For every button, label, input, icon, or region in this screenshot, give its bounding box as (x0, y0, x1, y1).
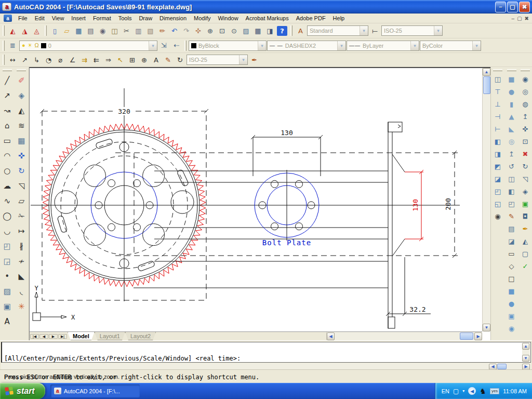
center-mark-button[interactable]: ⊕ (138, 54, 150, 65)
toolbar-grip[interactable] (521, 69, 530, 71)
save-button[interactable]: ▦ (73, 25, 85, 36)
insert-block-button[interactable]: ◰ (1, 238, 14, 254)
subtract-button[interactable]: ◎ (519, 85, 531, 98)
cylinder-button[interactable]: ▮ (506, 98, 518, 110)
union-button[interactable]: ◉ (519, 73, 531, 85)
menu-draw[interactable]: Draw (135, 14, 156, 22)
polyline-button[interactable]: ↝ (1, 103, 14, 118)
revolve-button[interactable]: ↺ (506, 160, 518, 172)
linetype-combo[interactable]: — — DASHEDX2 ▾ (267, 41, 346, 51)
view-back-button[interactable]: ◨ (491, 148, 504, 160)
menu-edit[interactable]: Edit (31, 14, 48, 22)
doc-minimize-icon[interactable]: – (512, 16, 515, 21)
text-style-combo[interactable]: Standard ▾ (307, 25, 368, 36)
dim-ordinate-button[interactable]: ↳ (31, 54, 43, 65)
extend-button[interactable]: ↦ (15, 223, 28, 238)
gouraud-shaded-edges-button[interactable]: ◉ (506, 322, 518, 335)
command-input-line[interactable] (4, 393, 528, 399)
ellipse-button[interactable]: ◯ (1, 208, 14, 223)
chevron-down-icon[interactable]: ▾ (239, 55, 247, 64)
scroll-down-icon[interactable]: ▼ (483, 324, 490, 331)
chevron-down-icon[interactable]: ▾ (258, 41, 266, 50)
se-isometric-button[interactable]: ◪ (491, 172, 504, 185)
zoom-previous-button[interactable]: ⊙ (228, 25, 240, 36)
lineweight-combo[interactable]: —— ByLayer ▾ (347, 41, 419, 51)
toolbar-grip[interactable] (184, 41, 187, 51)
revision-cloud-button[interactable]: ☁ (1, 178, 14, 193)
doc-close-icon[interactable]: ✖ (525, 16, 529, 21)
arc-button[interactable]: ◠ (1, 148, 14, 163)
tolerance-button[interactable]: ⊞ (126, 54, 138, 65)
view-bottom-button[interactable]: ⊥ (491, 98, 504, 110)
named-views-button[interactable]: ◫ (491, 73, 504, 85)
tab-scroll-button[interactable]: ◀ (39, 334, 48, 339)
point-button[interactable]: • (1, 269, 14, 284)
layer-manager-icon[interactable]: ≣ (7, 40, 19, 51)
menu-tools[interactable]: Tools (115, 14, 136, 22)
layer-lock-icon[interactable]: Ω (35, 43, 39, 48)
layer-previous-icon[interactable]: ⇠ (170, 40, 182, 51)
quick-leader-button[interactable]: ↖ (114, 54, 126, 65)
publish-button[interactable]: ◫ (109, 25, 121, 36)
sphere-button[interactable]: ● (506, 85, 518, 98)
erase-button[interactable]: ✐ (15, 73, 28, 88)
chevron-down-icon[interactable]: ▾ (149, 41, 157, 50)
sw-isometric-button[interactable]: ◩ (491, 160, 504, 172)
copy-object-button[interactable]: ◈ (15, 88, 28, 103)
canvas-horizontal-scrollbar[interactable]: ◀ ▶ (326, 332, 482, 340)
toolbar-grip[interactable] (45, 25, 47, 36)
flat-shaded-edges-button[interactable]: ▣ (506, 310, 518, 322)
convert-and-review-pdf-button[interactable]: ◬ (31, 25, 43, 36)
tab-scroll-button[interactable]: |◀ (30, 334, 39, 339)
slice-button[interactable]: ◫ (506, 172, 518, 185)
mirror-button[interactable]: ◭ (15, 103, 28, 118)
layer-color-swatch[interactable] (41, 43, 46, 48)
drawing-canvas[interactable]: 320 130 130 200 32.2 Bolt Plate Y X (30, 68, 483, 332)
dim-radius-button[interactable]: ◔ (43, 54, 55, 65)
rectangle-button[interactable]: ▭ (1, 133, 14, 148)
dim-update-button[interactable]: ↻ (174, 54, 186, 65)
ne-isometric-button[interactable]: ◰ (491, 185, 504, 197)
move-button[interactable]: ✜ (15, 148, 28, 163)
tool-palettes-button[interactable]: ◨ (264, 25, 276, 36)
menu-view[interactable]: View (48, 14, 68, 22)
nw-isometric-button[interactable]: ◱ (491, 197, 504, 210)
3d-wireframe-button[interactable]: ◇ (506, 260, 518, 272)
zoom-realtime-button[interactable]: ⊕ (204, 25, 216, 36)
offset-button[interactable]: ≋ (15, 118, 28, 133)
dim-baseline-button[interactable]: ⇇ (90, 54, 102, 65)
designcenter-button[interactable]: ▦ (252, 25, 264, 36)
region-button[interactable]: ▣ (1, 299, 14, 314)
wedge-button[interactable]: ◣ (506, 123, 518, 135)
menu-acrobat-markups[interactable]: Acrobat Markups (242, 14, 292, 22)
imprint-button[interactable]: ◘ (519, 210, 531, 222)
box-button[interactable]: ■ (506, 73, 518, 85)
stretch-button[interactable]: ▱ (15, 193, 28, 208)
setup-profile-button[interactable]: ◪ (506, 235, 518, 247)
menu-format[interactable]: Format (89, 14, 115, 22)
dim-aligned-button[interactable]: ↗ (19, 54, 31, 65)
interfere-button[interactable]: ◰ (506, 197, 518, 210)
menu-dimension[interactable]: Dimension (156, 14, 190, 22)
explode-button[interactable]: ✳ (15, 299, 28, 314)
chevron-down-icon[interactable]: ▾ (472, 41, 481, 50)
setup-drawing-button[interactable]: ✎ (506, 210, 518, 222)
dim-edit-button[interactable]: A (150, 54, 162, 65)
section-button[interactable]: ◧ (506, 185, 518, 197)
scale-button[interactable]: ◹ (15, 178, 28, 193)
copy-button[interactable]: ▥ (132, 25, 144, 36)
taper-faces-button[interactable]: ◹ (519, 172, 531, 185)
convert-to-pdf-button[interactable]: ◭ (7, 25, 19, 36)
view-right-button[interactable]: ⊢ (491, 123, 504, 135)
command-vertical-scrollbar[interactable]: ▲ ▼ (522, 343, 530, 362)
properties-button[interactable]: ▨ (240, 25, 252, 36)
extrude-button[interactable]: ↥ (506, 148, 518, 160)
menu-help[interactable]: Help (329, 14, 349, 22)
construction-line-button[interactable]: ↗ (1, 88, 14, 103)
clean-button[interactable]: ✒ (519, 222, 531, 235)
toolbar-grip[interactable] (290, 25, 292, 36)
camera-button[interactable]: ◉ (491, 210, 504, 222)
horizontal-scroll-thumb[interactable] (460, 332, 473, 340)
close-button[interactable]: ✖ (519, 2, 530, 12)
hidden-button[interactable]: □ (506, 272, 518, 285)
